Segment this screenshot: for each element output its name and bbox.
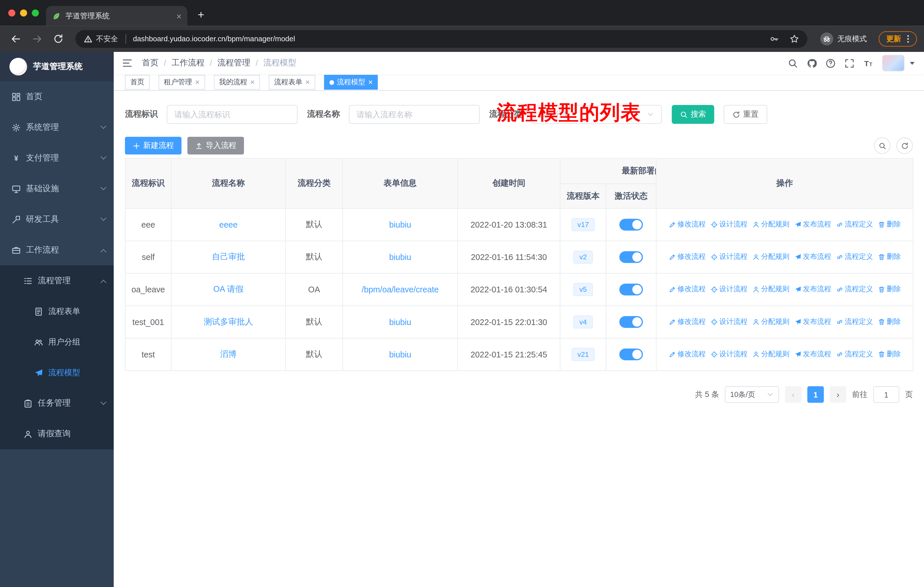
refresh-table-button[interactable] [896, 137, 913, 154]
password-key-icon[interactable] [770, 34, 779, 43]
close-window-button[interactable] [8, 10, 15, 17]
row-action-definition[interactable]: 流程定义 [836, 349, 873, 359]
form-info-link[interactable]: biubiu [389, 350, 411, 359]
sidebar-item-process-management[interactable]: 流程管理 [0, 265, 114, 296]
sidebar-collapse-icon[interactable] [122, 58, 133, 68]
close-icon[interactable]: × [195, 79, 200, 86]
font-size-icon[interactable]: TT [863, 58, 873, 68]
breadcrumb-item[interactable]: 流程管理 [218, 58, 250, 68]
row-action-publish[interactable]: 发布流程 [794, 349, 831, 359]
address-bar[interactable]: 不安全 dashboard.yudao.iocoder.cn/bpm/manag… [75, 30, 807, 48]
sidebar-item-system-management[interactable]: 系统管理 [0, 112, 114, 143]
sidebar-item-process-form[interactable]: 流程表单 [0, 296, 114, 327]
active-toggle[interactable] [619, 284, 643, 296]
row-action-modify[interactable]: 修改流程 [668, 284, 706, 294]
form-info-link[interactable]: biubiu [389, 220, 411, 229]
import-process-button[interactable]: 导入流程 [187, 137, 244, 154]
view-tag-tenant-management[interactable]: 租户管理× [158, 75, 205, 89]
help-icon[interactable] [825, 58, 835, 68]
row-action-publish[interactable]: 发布流程 [794, 317, 831, 327]
bookmark-star-icon[interactable] [790, 34, 799, 43]
forward-icon[interactable] [32, 33, 42, 44]
close-icon[interactable]: × [305, 79, 310, 86]
search-button[interactable]: 搜索 [672, 105, 714, 124]
process-name-link[interactable]: 滔博 [220, 349, 237, 359]
row-action-publish[interactable]: 发布流程 [794, 284, 831, 294]
process-name-link[interactable]: eeee [219, 220, 238, 229]
process-key-input[interactable] [167, 105, 298, 124]
security-indicator[interactable]: 不安全 [84, 34, 118, 44]
zoom-window-button[interactable] [32, 10, 39, 17]
row-action-design[interactable]: 设计流程 [710, 284, 747, 294]
row-action-design[interactable]: 设计流程 [710, 252, 747, 262]
sidebar-item-task-management[interactable]: 任务管理 [0, 388, 114, 419]
row-action-definition[interactable]: 流程定义 [836, 284, 873, 294]
process-name-link[interactable]: 测试多审批人 [204, 317, 253, 326]
process-name-link[interactable]: 自己审批 [212, 252, 245, 261]
sidebar-item-payment-management[interactable]: ¥支付管理 [0, 143, 114, 174]
sidebar-item-infrastructure[interactable]: 基础设施 [0, 174, 114, 204]
close-icon[interactable]: × [368, 79, 373, 86]
reload-icon[interactable] [53, 33, 64, 44]
tab-close-icon[interactable]: × [177, 12, 182, 20]
row-action-assign-rule[interactable]: 分配规则 [752, 284, 789, 294]
sidebar-logo[interactable]: 芋道管理系统 [0, 52, 114, 81]
back-icon[interactable] [11, 33, 21, 44]
avatar-caret-icon[interactable] [910, 62, 914, 64]
browser-menu-icon[interactable] [903, 34, 913, 43]
view-tag-home[interactable]: 首页 [125, 75, 150, 89]
row-action-assign-rule[interactable]: 分配规则 [752, 220, 789, 230]
close-icon[interactable]: × [250, 79, 255, 86]
create-process-button[interactable]: 新建流程 [125, 137, 182, 154]
goto-page-input[interactable] [873, 386, 899, 403]
user-avatar[interactable] [882, 55, 904, 71]
row-action-design[interactable]: 设计流程 [710, 317, 747, 327]
row-action-delete[interactable]: 删除 [878, 317, 901, 327]
next-page-button[interactable]: › [830, 386, 846, 403]
active-toggle[interactable] [619, 349, 643, 360]
view-tag-my-process[interactable]: 我的流程× [214, 75, 260, 89]
toggle-search-button[interactable] [874, 137, 891, 154]
minimize-window-button[interactable] [20, 10, 27, 17]
form-info-link[interactable]: /bpm/oa/leave/create [361, 285, 439, 294]
github-icon[interactable] [807, 58, 817, 68]
page-number-button[interactable]: 1 [807, 386, 824, 403]
new-tab-button[interactable]: + [192, 6, 210, 24]
header-search-icon[interactable] [788, 58, 798, 68]
process-name-input[interactable] [349, 105, 480, 124]
sidebar-item-process-model[interactable]: 流程模型 [0, 357, 114, 388]
browser-update-button[interactable]: 更新 [879, 31, 917, 46]
sidebar-item-leave-query[interactable]: 请假查询 [0, 419, 114, 450]
row-action-assign-rule[interactable]: 分配规则 [752, 252, 789, 262]
row-action-modify[interactable]: 修改流程 [668, 349, 706, 359]
active-toggle[interactable] [619, 219, 643, 230]
row-action-delete[interactable]: 删除 [878, 252, 901, 262]
row-action-design[interactable]: 设计流程 [710, 349, 747, 359]
row-action-publish[interactable]: 发布流程 [794, 220, 831, 230]
page-size-select[interactable]: 10条/页 [725, 386, 779, 403]
reset-button[interactable]: 重置 [723, 105, 767, 124]
row-action-delete[interactable]: 删除 [878, 349, 901, 359]
row-action-assign-rule[interactable]: 分配规则 [752, 317, 789, 327]
row-action-modify[interactable]: 修改流程 [668, 252, 706, 262]
form-info-link[interactable]: biubiu [389, 253, 411, 262]
row-action-delete[interactable]: 删除 [878, 220, 901, 230]
sidebar-item-workflow[interactable]: 工作流程 [0, 235, 114, 265]
row-action-delete[interactable]: 删除 [878, 284, 901, 294]
process-name-link[interactable]: OA 请假 [213, 284, 243, 294]
sidebar-item-dev-tools[interactable]: 研发工具 [0, 204, 114, 235]
row-action-definition[interactable]: 流程定义 [836, 317, 873, 327]
view-tag-process-form[interactable]: 流程表单× [269, 75, 315, 89]
view-tag-process-model[interactable]: 流程模型× [324, 75, 378, 89]
breadcrumb-item[interactable]: 工作流程 [171, 58, 204, 68]
sidebar-item-user-group[interactable]: 用户分组 [0, 327, 114, 357]
sidebar-item-home[interactable]: 首页 [0, 81, 114, 112]
fullscreen-icon[interactable] [844, 58, 855, 68]
active-toggle[interactable] [619, 316, 643, 328]
row-action-assign-rule[interactable]: 分配规则 [752, 349, 789, 359]
row-action-design[interactable]: 设计流程 [710, 220, 747, 230]
row-action-modify[interactable]: 修改流程 [668, 317, 706, 327]
active-toggle[interactable] [619, 251, 643, 263]
row-action-publish[interactable]: 发布流程 [794, 252, 831, 262]
row-action-definition[interactable]: 流程定义 [836, 252, 873, 262]
